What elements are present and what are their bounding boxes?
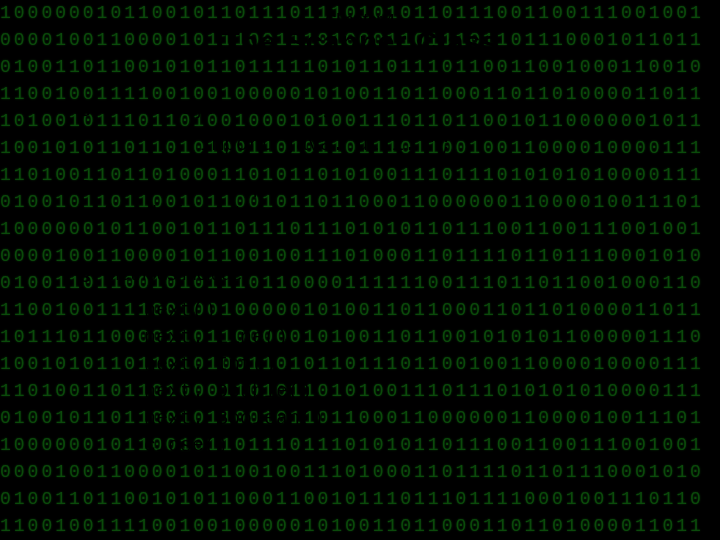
method-item: next. Double() — [144, 378, 700, 405]
bullet-2-line1: A Scanner object processes text and numb… — [104, 176, 492, 197]
bullet-2: A Scanner object processes text and numb… — [80, 174, 700, 225]
method-item: close() — [144, 432, 700, 459]
methods-list: next()next. Line()next. Int()next. Doubl… — [80, 297, 700, 459]
slide-content: Part of the java. util package import ja… — [20, 95, 700, 459]
method-item: next() — [144, 297, 700, 324]
slide: Chapter 4 The Scanner Class Part of the … — [0, 0, 720, 540]
bullet-1-text: Part of the java. util package — [104, 97, 344, 118]
bullet-2-line2: from the input stream — [104, 201, 284, 222]
method-item: next. Boolean() — [144, 405, 700, 432]
slide-title: The Scanner Class — [20, 25, 700, 59]
bullet-3-text: Methods include: — [104, 263, 248, 284]
bullet-1: Part of the java. util package — [80, 95, 700, 121]
bullet-3: Methods include: — [80, 261, 700, 287]
bullet-1-code: import java. util. *; — [80, 131, 700, 158]
slide-number: Slide 7 — [46, 506, 89, 522]
method-item: next. Int() — [144, 351, 700, 378]
method-item: next. Line() — [144, 324, 700, 351]
